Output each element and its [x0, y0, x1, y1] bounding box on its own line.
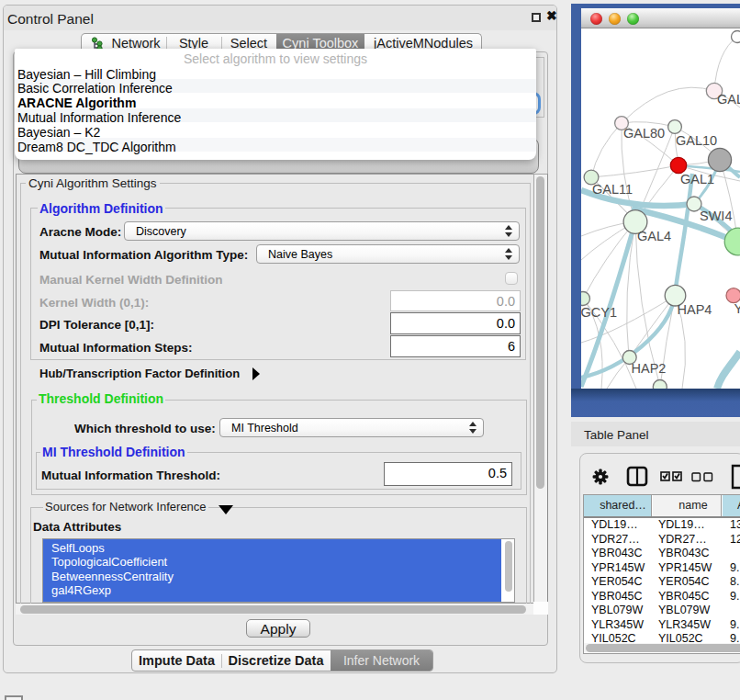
svg-text:HAP4: HAP4 — [678, 302, 712, 317]
svg-text:GAL1: GAL1 — [680, 172, 714, 186]
svg-text:GAL11: GAL11 — [592, 182, 633, 197]
svg-text:Y: Y — [734, 301, 740, 316]
svg-text:GAL4: GAL4 — [637, 229, 671, 243]
svg-text:SWI4: SWI4 — [700, 209, 732, 223]
svg-text:HAP2: HAP2 — [632, 361, 667, 376]
svg-text:GAL10: GAL10 — [676, 133, 717, 148]
svg-text:GAL: GAL — [717, 92, 740, 107]
svg-text:GCY1: GCY1 — [581, 305, 617, 320]
svg-text:GAL80: GAL80 — [623, 126, 665, 141]
